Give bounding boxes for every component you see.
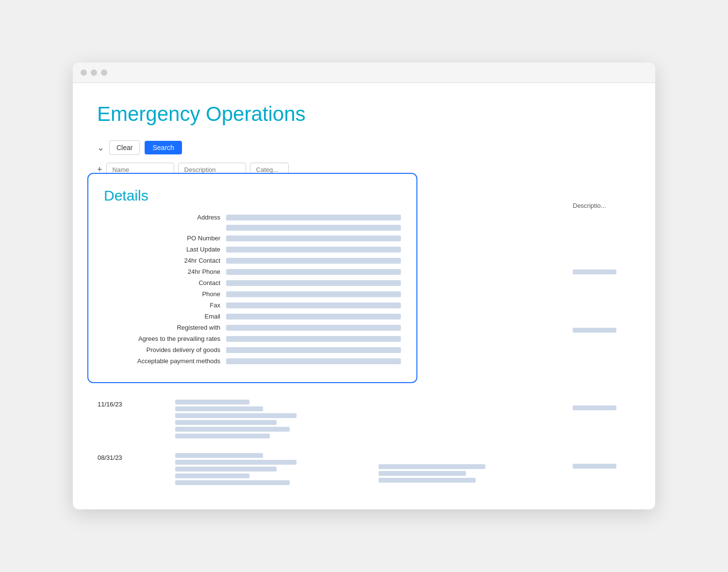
- detail-label-email: Email: [104, 313, 220, 320]
- detail-row-email: Email: [104, 313, 401, 320]
- vendor-bar: [175, 473, 249, 478]
- detail-value-bar: [226, 314, 401, 320]
- vendor-bar: [175, 400, 249, 404]
- mid-bar: [379, 464, 485, 469]
- detail-value-bar: [226, 258, 401, 264]
- vendor-bar: [175, 480, 290, 485]
- app-window: Emergency Operations ⌄ Clear Search + Fo…: [73, 63, 655, 509]
- detail-label-po: PO Number: [104, 235, 220, 242]
- desc-bar: [573, 464, 616, 469]
- detail-label-address: Address: [104, 214, 220, 221]
- detail-value-bar: [226, 336, 401, 342]
- detail-row-24phone: 24hr Phone: [104, 268, 401, 275]
- detail-value-bar: [226, 225, 401, 231]
- detail-row-registered: Registered with: [104, 324, 401, 331]
- detail-value-bar: [226, 269, 401, 275]
- table-row[interactable]: 11/16/23: [97, 395, 311, 443]
- vendor-bar: [175, 460, 297, 465]
- detail-value-bar: [226, 215, 401, 220]
- mid-bar: [379, 478, 476, 483]
- detail-value-bar: [226, 247, 401, 252]
- main-area: Last Update Vendor ▲ 03/19/23: [97, 202, 631, 489]
- detail-row-phone: Phone: [104, 290, 401, 298]
- table-row[interactable]: 08/31/23: [97, 449, 311, 489]
- desc-bar: [573, 328, 616, 333]
- desc-bars-row4: [573, 405, 631, 410]
- description-column-header: Descriptio...: [573, 202, 631, 209]
- desc-bars-row5: [573, 464, 631, 469]
- detail-label-24contact: 24hr Contact: [104, 257, 220, 264]
- vendor-bar: [175, 434, 270, 438]
- vendor-bar: [175, 420, 277, 425]
- detail-value-bar: [226, 236, 401, 241]
- detail-value-bar: [226, 325, 401, 331]
- window-dot-1: [81, 69, 87, 76]
- desc-bars-row2: [573, 269, 631, 274]
- detail-label-registered: Registered with: [104, 324, 220, 331]
- detail-label-phone: Phone: [104, 290, 220, 298]
- titlebar: [73, 63, 655, 83]
- detail-row-address: Address: [104, 214, 401, 221]
- row-vendor-bars: [175, 400, 310, 438]
- detail-row-lastupdate: Last Update: [104, 246, 401, 253]
- desc-bars-row3: [573, 328, 631, 333]
- detail-label-prevailing: Agrees to the prevailing rates: [104, 335, 220, 342]
- details-title: Details: [104, 187, 401, 204]
- chevron-down-icon[interactable]: ⌄: [97, 142, 104, 153]
- detail-label-contact: Contact: [104, 279, 220, 286]
- row-date: 11/16/23: [98, 400, 175, 438]
- vendor-bar: [175, 467, 277, 471]
- mid-bars-section: [379, 464, 505, 509]
- vendor-bar: [175, 453, 263, 458]
- vendor-bar: [175, 427, 290, 432]
- detail-row-address2: [104, 225, 401, 231]
- window-dot-3: [101, 69, 107, 76]
- window-dot-2: [91, 69, 97, 76]
- mid-bars-row4: [379, 464, 505, 483]
- vendor-bar: [175, 413, 297, 418]
- detail-value-bar: [226, 303, 401, 308]
- row-date: 08/31/23: [98, 453, 175, 485]
- page-title: Emergency Operations: [97, 102, 631, 126]
- desc-bar: [573, 269, 616, 274]
- detail-value-bar: [226, 358, 401, 364]
- detail-label-delivery: Provides delivery of goods: [104, 346, 220, 353]
- clear-button[interactable]: Clear: [109, 140, 140, 155]
- content-area: Emergency Operations ⌄ Clear Search + Fo…: [73, 83, 655, 509]
- detail-row-24contact: 24hr Contact: [104, 257, 401, 264]
- toolbar: ⌄ Clear Search: [97, 140, 631, 155]
- mid-bar: [379, 471, 466, 476]
- detail-label-24phone: 24hr Phone: [104, 268, 220, 275]
- desc-bar: [573, 405, 616, 410]
- detail-value-bar: [226, 291, 401, 297]
- search-button[interactable]: Search: [145, 141, 182, 154]
- detail-label-lastupdate: Last Update: [104, 246, 220, 253]
- detail-label-payment: Acceptable payment methods: [104, 357, 220, 365]
- detail-value-bar: [226, 347, 401, 353]
- details-panel: Details Address PO Number Last Update: [87, 173, 417, 383]
- detail-row-po: PO Number: [104, 235, 401, 242]
- vendor-bar: [175, 406, 263, 411]
- detail-value-bar: [226, 280, 401, 286]
- detail-row-payment: Acceptable payment methods: [104, 357, 401, 365]
- detail-row-delivery: Provides delivery of goods: [104, 346, 401, 353]
- detail-row-fax: Fax: [104, 302, 401, 309]
- row-vendor-bars: [175, 453, 310, 485]
- description-column: Descriptio...: [573, 202, 631, 469]
- detail-row-contact: Contact: [104, 279, 401, 286]
- detail-label-fax: Fax: [104, 302, 220, 309]
- detail-row-prevailing: Agrees to the prevailing rates: [104, 335, 401, 342]
